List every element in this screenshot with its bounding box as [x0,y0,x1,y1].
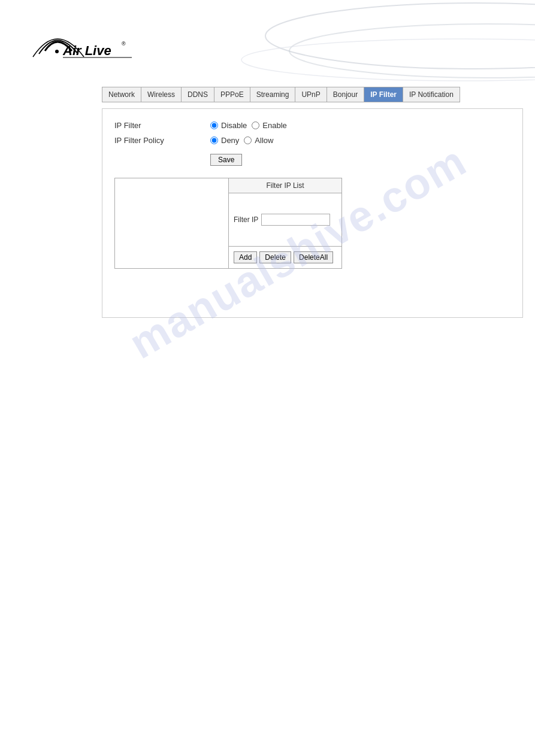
swoosh-decoration [176,0,535,87]
svg-point-3 [55,50,59,53]
add-button[interactable]: Add [234,251,257,263]
ip-filter-policy-allow-label[interactable]: Allow [255,136,273,145]
svg-text:Air Live: Air Live [62,43,111,58]
tab-pppoe[interactable]: PPPoE [214,87,250,102]
svg-point-0 [265,3,535,69]
ip-filter-policy-allow-radio[interactable] [244,136,252,144]
svg-text:®: ® [122,41,126,47]
logo: Air Live ® [27,24,141,63]
save-row: Save [114,151,510,166]
tab-streaming[interactable]: Streaming [250,87,295,102]
tab-upnp[interactable]: UPnP [295,87,326,102]
save-button[interactable]: Save [210,154,242,166]
navbar: Network Wireless DDNS PPPoE Streaming UP… [102,87,523,102]
tab-bonjour[interactable]: Bonjour [327,87,364,102]
ip-filter-controls: Disable Enable [210,121,287,130]
ip-filter-policy-controls: Deny Allow [210,136,273,145]
filter-ip-input[interactable] [261,214,330,226]
ip-filter-label: IP Filter [114,121,210,130]
tab-ip-notification[interactable]: IP Notification [403,87,460,102]
ip-filter-policy-deny-radio[interactable] [210,136,218,144]
ip-filter-policy-label: IP Filter Policy [114,136,210,145]
filter-ip-row: Filter IP [229,193,341,246]
ip-filter-enable-label[interactable]: Enable [262,121,286,130]
filter-area: Filter IP List Filter IP Add Delete Dele… [114,178,342,269]
delete-button[interactable]: Delete [259,251,291,263]
filter-ip-list-header: Filter IP List [229,178,341,193]
airlive-logo-svg: Air Live ® [27,24,141,63]
ip-filter-disable-radio[interactable] [210,122,218,129]
svg-point-1 [289,24,535,78]
tab-ip-filter[interactable]: IP Filter [364,87,403,102]
ip-filter-disable-group: Disable [210,121,247,130]
filter-right-panel: Filter IP List Filter IP Add Delete Dele… [229,178,341,268]
ip-filter-policy-deny-group: Deny [210,136,239,145]
tab-network[interactable]: Network [102,87,141,102]
ip-filter-policy-row: IP Filter Policy Deny Allow [114,136,510,145]
filter-list-box[interactable] [115,178,229,268]
filter-ip-label: Filter IP [234,215,258,224]
delete-all-button[interactable]: DeleteAll [294,251,333,263]
ip-filter-policy-deny-label[interactable]: Deny [221,136,239,145]
ip-filter-enable-radio[interactable] [252,122,259,129]
tab-ddns[interactable]: DDNS [181,87,214,102]
ip-filter-policy-allow-group: Allow [244,136,273,145]
header: Air Live ® [0,0,535,87]
ip-filter-disable-label[interactable]: Disable [221,121,247,130]
main-content: IP Filter Disable Enable IP Filter Polic… [102,108,523,318]
ip-filter-enable-group: Enable [252,121,286,130]
tab-wireless[interactable]: Wireless [141,87,181,102]
filter-buttons: Add Delete DeleteAll [229,246,341,268]
ip-filter-row: IP Filter Disable Enable [114,121,510,130]
